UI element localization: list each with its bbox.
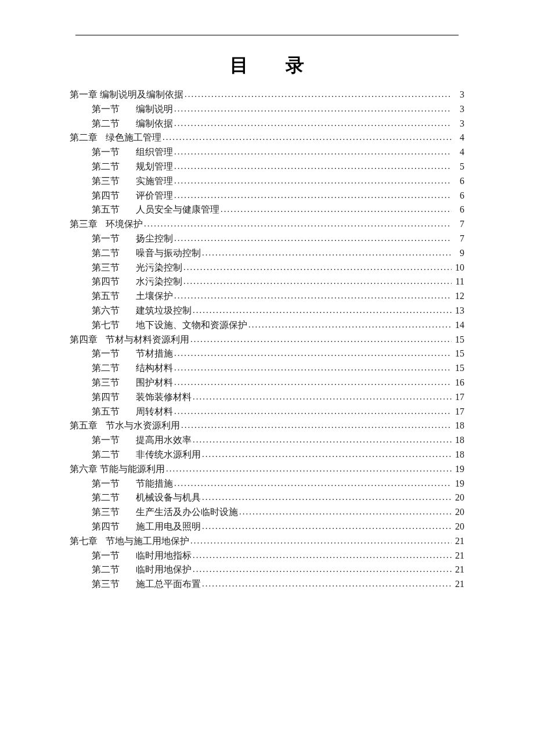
toc-entry-title: 评价管理 [136, 189, 173, 203]
toc-page-number: 20 [453, 505, 464, 520]
toc-entry-label: 第三节实施管理 [92, 174, 173, 189]
toc-leader-dots [182, 261, 452, 274]
toc-entry-label: 第一节提高用水效率 [92, 433, 192, 448]
document-page: 目 录 第一章编制说明及编制依据3第一节编制说明3第二节编制依据3第二章绿色施工… [0, 0, 534, 627]
toc-page-number: 15 [453, 361, 464, 376]
toc-entry-label: 第一节组织管理 [92, 145, 173, 160]
toc-entry-label: 第三节围护材料 [92, 376, 173, 390]
toc-section-number: 第三节 [92, 505, 136, 520]
toc-entry-label: 第四节施工用电及照明 [92, 520, 201, 534]
toc-entry-label: 第一章编制说明及编制依据 [70, 88, 183, 102]
toc-section-number: 第二节 [92, 361, 136, 376]
toc-page-number: 21 [453, 577, 464, 592]
toc-leader-dots [173, 189, 452, 202]
toc-entry: 第五节周转材料17 [70, 405, 464, 419]
toc-entry-label: 第六章节能与能源利用 [70, 462, 165, 477]
toc-page-number: 3 [453, 117, 464, 131]
toc-page-number: 18 [453, 448, 464, 462]
toc-section-number: 第一节 [92, 232, 136, 246]
toc-entry-title: 绿色施工管理 [106, 131, 161, 145]
toc-leader-dots [247, 318, 452, 332]
toc-entry: 第六节建筑垃圾控制13 [70, 304, 464, 318]
toc-entry: 第七章节地与施工用地保护21 [70, 534, 464, 549]
toc-section-number: 第三章 [70, 219, 98, 229]
toc-entry: 第一节扬尘控制7 [70, 232, 464, 246]
toc-entry-title: 人员安全与健康管理 [136, 203, 219, 217]
toc-entry-title: 节地与施工用地保护 [106, 534, 189, 549]
toc-entry: 第四章节材与材料资源利用15 [70, 333, 464, 347]
toc-section-number: 第四节 [92, 390, 136, 405]
toc-entry: 第一节组织管理4 [70, 145, 464, 160]
toc-leader-dots [201, 520, 452, 533]
toc-entry-title: 非传统水源利用 [136, 448, 201, 462]
toc-entry-label: 第三节施工总平面布置 [92, 577, 201, 592]
toc-entry: 第一节提高用水效率18 [70, 433, 464, 448]
toc-entry: 第二节机械设备与机具20 [70, 491, 464, 505]
toc-entry: 第三节围护材料16 [70, 376, 464, 390]
toc-section-number: 第二节 [92, 160, 136, 174]
toc-entry-title: 节水与水资源利用 [106, 419, 180, 433]
toc-leader-dots [173, 145, 452, 159]
toc-entry-label: 第七节地下设施、文物和资源保护 [92, 318, 247, 333]
toc-entry: 第二节非传统水源利用18 [70, 448, 464, 462]
toc-entry-label: 第二节机械设备与机具 [92, 491, 201, 505]
toc-entry-title: 光污染控制 [136, 261, 182, 275]
toc-page-number: 6 [453, 203, 464, 217]
toc-leader-dots [201, 246, 452, 260]
toc-entry-title: 编制说明 [136, 102, 173, 117]
toc-entry: 第三节施工总平面布置21 [70, 577, 464, 592]
toc-entry-label: 第一节扬尘控制 [92, 232, 173, 246]
toc-entry: 第四节装饰装修材料17 [70, 390, 464, 405]
toc-page-number: 9 [453, 246, 464, 261]
toc-entry: 第三节实施管理6 [70, 174, 464, 189]
toc-entry-title: 机械设备与机具 [136, 491, 201, 505]
toc-page-number: 11 [453, 275, 464, 289]
toc-page-number: 13 [453, 304, 464, 318]
toc-page-number: 10 [453, 261, 464, 275]
toc-entry-title: 装饰装修材料 [136, 390, 192, 405]
toc-entry-title: 实施管理 [136, 174, 173, 189]
toc-leader-dots [180, 419, 452, 432]
toc-entry: 第二章绿色施工管理4 [70, 131, 464, 145]
toc-section-number: 第四节 [92, 189, 136, 203]
toc-entry: 第三节生产生活及办公临时设施20 [70, 505, 464, 520]
toc-page-number: 15 [453, 347, 464, 361]
toc-page-number: 12 [453, 289, 464, 304]
toc-leader-dots [201, 448, 452, 461]
toc-entry-label: 第二节规划管理 [92, 160, 173, 174]
toc-entry-label: 第五章节水与水资源利用 [70, 419, 180, 433]
toc-entry-label: 第三节光污染控制 [92, 261, 182, 275]
toc-section-number: 第五节 [92, 289, 136, 304]
toc-leader-dots [173, 232, 452, 245]
toc-entry-title: 结构材料 [136, 361, 173, 376]
toc-entry-title: 临时用地指标 [136, 549, 192, 563]
toc-page-number: 21 [453, 534, 464, 549]
toc-entry-title: 建筑垃圾控制 [136, 304, 192, 318]
toc-leader-dots [183, 88, 452, 101]
toc-section-number: 第六节 [92, 304, 136, 318]
toc-leader-dots [201, 491, 452, 504]
toc-page-number: 21 [453, 563, 464, 577]
toc-page-number: 19 [453, 477, 464, 491]
toc-section-number: 第二节 [92, 563, 136, 577]
toc-entry-label: 第三节生产生活及办公临时设施 [92, 505, 238, 520]
toc-entry-label: 第一节节能措施 [92, 477, 173, 491]
toc-entry-label: 第一节临时用地指标 [92, 549, 192, 563]
toc-section-number: 第七节 [92, 318, 136, 333]
toc-entry: 第五节土壤保护12 [70, 289, 464, 304]
toc-entry: 第二节编制依据3 [70, 117, 464, 131]
toc-page-number: 15 [453, 333, 464, 347]
toc-section-number: 第一节 [92, 477, 136, 491]
toc-entry-label: 第四节评价管理 [92, 189, 173, 203]
toc-page-number: 20 [453, 520, 464, 534]
toc-leader-dots [161, 131, 452, 144]
toc-entry: 第二节临时用地保护21 [70, 563, 464, 577]
toc-entry-title: 土壤保护 [136, 289, 173, 304]
toc-section-number: 第六章 [70, 464, 98, 474]
toc-section-number: 第四节 [92, 275, 136, 289]
toc-page-number: 4 [453, 145, 464, 160]
toc-entry-label: 第二节非传统水源利用 [92, 448, 201, 462]
toc-section-number: 第一节 [92, 102, 136, 117]
toc-entry-label: 第五节人员安全与健康管理 [92, 203, 219, 217]
toc-page-number: 5 [453, 160, 464, 174]
